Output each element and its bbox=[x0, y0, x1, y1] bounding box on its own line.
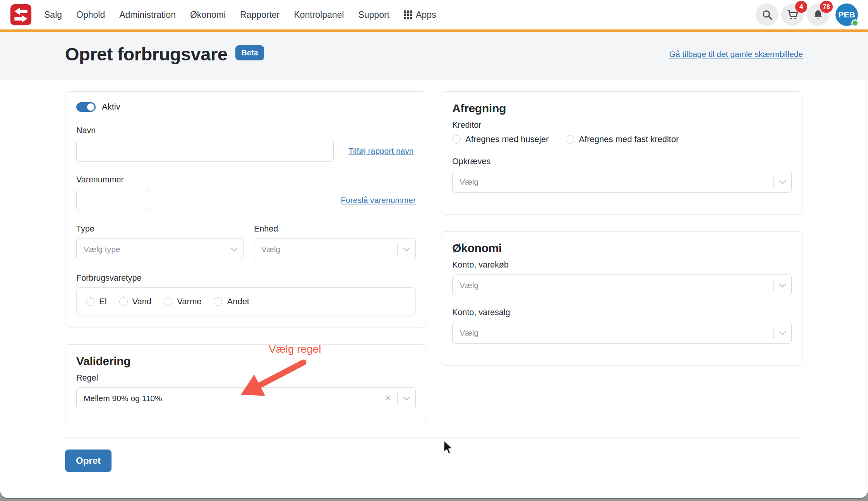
nav-support[interactable]: Support bbox=[358, 10, 389, 20]
radio-circle-icon bbox=[566, 135, 574, 144]
chevron-down-icon bbox=[225, 238, 243, 260]
nav-apps-label: Apps bbox=[416, 10, 436, 20]
radio-circle-icon bbox=[452, 135, 461, 144]
charged-select-placeholder: Vælg bbox=[460, 177, 479, 187]
right-column: Afregning Kreditor Afregnes med husejer … bbox=[441, 91, 803, 382]
creditor-label: Kreditor bbox=[452, 120, 792, 130]
radio-varme-label: Varme bbox=[177, 297, 201, 307]
active-toggle-label: Aktiv bbox=[102, 102, 120, 112]
beta-badge: Beta bbox=[235, 45, 264, 60]
consumable-type-label: Forbrugsvaretype bbox=[76, 273, 416, 283]
sales-account-select[interactable]: Vælg bbox=[452, 322, 792, 344]
page-header: Opret forbrugsvare Beta Gå tilbage til d… bbox=[0, 32, 868, 80]
nav-salg[interactable]: Salg bbox=[44, 10, 62, 20]
radio-settle-fixed-creditor-label: Afregnes med fast kreditor bbox=[579, 134, 679, 144]
footer-divider bbox=[65, 438, 803, 438]
economy-card: Økonomi Konto, varekøb Vælg Konto, vares… bbox=[441, 231, 803, 366]
general-card: Aktiv Navn Tilføj rapport navn Varenumme… bbox=[65, 91, 427, 328]
type-select[interactable]: Vælg type bbox=[76, 238, 244, 260]
item-number-input[interactable] bbox=[76, 189, 149, 211]
radio-settle-houseowner-label: Afregnes med husejer bbox=[465, 134, 549, 144]
unit-select-placeholder: Vælg bbox=[261, 245, 280, 254]
main-content: Aktiv Navn Tilføj rapport navn Varenumme… bbox=[65, 80, 803, 438]
radio-circle-icon bbox=[164, 297, 172, 306]
notifications-count-badge: 78 bbox=[820, 1, 833, 13]
top-navbar: Salg Ophold Administration Økonomi Rappo… bbox=[0, 0, 868, 29]
left-column: Aktiv Navn Tilføj rapport navn Varenumme… bbox=[65, 91, 427, 438]
radio-andet[interactable]: Andet bbox=[214, 297, 249, 307]
sales-account-label: Konto, varesalg bbox=[452, 308, 792, 317]
page-title: Opret forbrugsvare bbox=[65, 43, 227, 65]
settlement-heading: Afregning bbox=[452, 102, 792, 115]
radio-circle-icon bbox=[86, 297, 94, 306]
main-menu: Salg Ophold Administration Økonomi Rappo… bbox=[44, 10, 436, 20]
cart-count-badge: 4 bbox=[795, 1, 807, 13]
consumable-type-group: El Vand Varme Andet bbox=[76, 287, 416, 316]
back-to-old-screen-link[interactable]: Gå tilbage til det gamle skærmbillede bbox=[669, 50, 803, 59]
active-toggle[interactable] bbox=[76, 102, 96, 112]
chevron-down-icon bbox=[774, 171, 791, 192]
nav-rapporter[interactable]: Rapporter bbox=[240, 10, 280, 20]
validation-heading: Validering bbox=[76, 355, 416, 368]
rule-select-value: Mellem 90% og 110% bbox=[84, 394, 162, 403]
create-button[interactable]: Opret bbox=[65, 450, 112, 472]
rule-label: Regel bbox=[76, 373, 416, 383]
chevron-down-icon bbox=[774, 275, 791, 296]
radio-el-label: El bbox=[99, 297, 107, 307]
nav-okonomi[interactable]: Økonomi bbox=[190, 10, 226, 20]
chevron-down-icon bbox=[774, 322, 791, 343]
app-logo-icon[interactable] bbox=[10, 4, 32, 26]
search-icon bbox=[761, 9, 773, 21]
name-label: Navn bbox=[76, 126, 416, 136]
purchase-account-label: Konto, varekøb bbox=[452, 260, 792, 270]
type-label: Type bbox=[76, 224, 244, 234]
chevron-down-icon bbox=[398, 238, 415, 260]
nav-kontrolpanel[interactable]: Kontrolpanel bbox=[294, 10, 344, 20]
nav-administration[interactable]: Administration bbox=[119, 10, 176, 20]
creditor-options-group: Afregnes med husejer Afregnes med fast k… bbox=[452, 134, 792, 144]
chevron-down-icon bbox=[398, 388, 415, 409]
radio-andet-label: Andet bbox=[227, 297, 249, 307]
radio-vand[interactable]: Vand bbox=[119, 297, 152, 307]
radio-el[interactable]: El bbox=[86, 297, 107, 307]
validation-card: Validering Regel Mellem 90% og 110% ✕ bbox=[65, 344, 427, 421]
purchase-account-placeholder: Vælg bbox=[460, 281, 479, 290]
avatar-initials: PEB bbox=[838, 10, 855, 19]
search-button[interactable] bbox=[756, 3, 778, 26]
item-number-label: Varenummer bbox=[76, 175, 416, 185]
charged-label: Opkræves bbox=[452, 157, 792, 166]
unit-select[interactable]: Vælg bbox=[254, 238, 416, 260]
economy-heading: Økonomi bbox=[452, 242, 792, 255]
avatar[interactable]: PEB bbox=[835, 3, 858, 26]
unit-label: Enhed bbox=[254, 224, 416, 234]
type-select-placeholder: Vælg type bbox=[84, 245, 120, 254]
radio-settle-fixed-creditor[interactable]: Afregnes med fast kreditor bbox=[566, 134, 679, 144]
navbar-actions: 4 78 PEB bbox=[756, 3, 858, 26]
nav-apps[interactable]: Apps bbox=[404, 10, 436, 20]
toggle-knob bbox=[87, 103, 94, 111]
radio-vand-label: Vand bbox=[132, 297, 152, 307]
purchase-account-select[interactable]: Vælg bbox=[452, 274, 792, 296]
charged-select[interactable]: Vælg bbox=[452, 171, 792, 193]
clear-icon[interactable]: ✕ bbox=[384, 394, 391, 403]
name-input[interactable] bbox=[76, 140, 334, 162]
browser-window: Salg Ophold Administration Økonomi Rappo… bbox=[0, 0, 868, 498]
cart-button[interactable]: 4 bbox=[781, 3, 804, 26]
radio-settle-houseowner[interactable]: Afregnes med husejer bbox=[452, 134, 549, 144]
suggest-item-number-link[interactable]: Foreslå varenummer bbox=[341, 196, 416, 205]
radio-circle-icon bbox=[214, 297, 222, 306]
footer: Opret bbox=[65, 438, 803, 472]
notifications-button[interactable]: 78 bbox=[807, 3, 829, 26]
add-report-name-link[interactable]: Tilføj rapport navn bbox=[348, 146, 413, 156]
radio-varme[interactable]: Varme bbox=[164, 297, 201, 307]
radio-circle-icon bbox=[119, 297, 128, 306]
online-status-dot bbox=[851, 19, 859, 27]
nav-ophold[interactable]: Ophold bbox=[76, 10, 105, 20]
sales-account-placeholder: Vælg bbox=[460, 328, 479, 338]
apps-grid-icon bbox=[404, 10, 412, 19]
rule-select[interactable]: Mellem 90% og 110% ✕ bbox=[76, 387, 416, 409]
settlement-card: Afregning Kreditor Afregnes med husejer … bbox=[441, 91, 803, 215]
